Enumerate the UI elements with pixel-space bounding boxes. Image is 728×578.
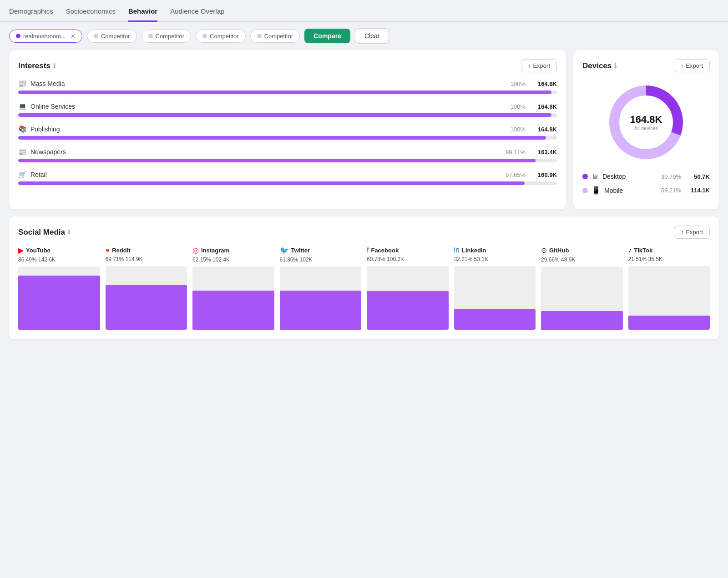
device-dot-0 bbox=[582, 174, 588, 179]
interest-count-1: 164.8K bbox=[532, 103, 557, 110]
youtube-icon: ▶ bbox=[18, 246, 24, 255]
interest-row: 📰 Newspapers 99.11% 163.4K bbox=[18, 148, 557, 162]
social-item-header-7: ♪ TikTok bbox=[628, 246, 710, 254]
interests-header: Interests ℹ ↑ Export bbox=[18, 59, 557, 72]
competitor-label-2: Competitor bbox=[156, 33, 185, 40]
social-item-header-5: in LinkedIn bbox=[454, 246, 536, 254]
social-header: Social Media ℹ ↑ Export bbox=[18, 226, 710, 239]
devices-info-icon[interactable]: ℹ bbox=[614, 62, 617, 69]
social-item: ⊙ GitHub 29.66% 48.9K bbox=[541, 246, 623, 330]
competitor-label-4: Competitor bbox=[264, 33, 293, 40]
interest-bar-fill-3 bbox=[18, 159, 536, 162]
interest-pct-1: 100% bbox=[511, 103, 526, 110]
social-info-icon[interactable]: ℹ bbox=[68, 229, 70, 236]
interest-bar-bg-3 bbox=[18, 159, 557, 162]
social-item: ◎ Instagram 62.15% 102.4K bbox=[192, 246, 274, 330]
donut-center: 164.8K All devices bbox=[630, 114, 662, 131]
social-name-2: Instagram bbox=[201, 247, 229, 254]
device-dot-1 bbox=[582, 188, 588, 193]
main-content: Interests ℹ ↑ Export 📰 Mass Media 100% 1… bbox=[0, 50, 728, 216]
competitor-bar: realmushroom... ✕ Competitor Competitor … bbox=[0, 22, 728, 50]
social-item: f Facebook 60.78% 100.2K bbox=[367, 246, 449, 330]
social-name-5: LinkedIn bbox=[462, 247, 486, 254]
social-bar-container-0 bbox=[18, 266, 100, 330]
social-bar-fill-6 bbox=[541, 311, 623, 330]
device-pct-0: 30.79% bbox=[661, 173, 681, 180]
social-stats-4: 60.78% 100.2K bbox=[367, 256, 449, 262]
interest-count-4: 160.9K bbox=[532, 171, 557, 178]
social-bar-fill-0 bbox=[18, 276, 100, 330]
chip-close-icon[interactable]: ✕ bbox=[71, 33, 76, 40]
device-pct-1: 69.21% bbox=[661, 187, 681, 194]
social-bar-fill-1 bbox=[106, 285, 187, 330]
interest-bar-bg-1 bbox=[18, 113, 557, 117]
facebook-icon: f bbox=[367, 246, 369, 254]
interest-icon-3: 📰 bbox=[18, 148, 27, 156]
interest-row: 🛒 Retail 97.65% 160.9K bbox=[18, 171, 557, 185]
interest-name-0: Mass Media bbox=[30, 80, 511, 87]
social-bar-fill-3 bbox=[280, 291, 362, 330]
competitor-chip-4[interactable]: Competitor bbox=[250, 30, 300, 43]
tab-behavior[interactable]: Behavior bbox=[128, 7, 157, 22]
interest-bar-bg-2 bbox=[18, 136, 557, 140]
device-icon-0: 🖥 bbox=[592, 172, 599, 181]
active-chip[interactable]: realmushroom... ✕ bbox=[9, 30, 82, 43]
interest-bar-fill-4 bbox=[18, 181, 525, 185]
interest-pct-4: 97.65% bbox=[506, 171, 526, 178]
compare-button[interactable]: Compare bbox=[304, 29, 350, 43]
interests-title: Interests ℹ bbox=[18, 61, 56, 70]
social-panel: Social Media ℹ ↑ Export ▶ YouTube 86.49%… bbox=[9, 216, 719, 339]
interest-icon-4: 🛒 bbox=[18, 171, 27, 179]
competitor-chip-2[interactable]: Competitor bbox=[142, 30, 192, 43]
interest-row: 💻 Online Services 100% 164.8K bbox=[18, 102, 557, 117]
tab-socioeconomics[interactable]: Socioeconomics bbox=[66, 7, 116, 22]
social-name-1: Reddit bbox=[112, 247, 130, 254]
social-bar-fill-2 bbox=[192, 291, 274, 330]
social-stats-6: 29.66% 48.9K bbox=[541, 256, 623, 263]
interest-icon-2: 📚 bbox=[18, 125, 27, 133]
tab-audience-overlap[interactable]: Audience Overlap bbox=[170, 7, 224, 22]
github-icon: ⊙ bbox=[541, 246, 547, 255]
reddit-icon: ● bbox=[106, 246, 110, 254]
social-name-0: YouTube bbox=[26, 247, 51, 254]
device-count-0: 50.7K bbox=[689, 173, 710, 180]
nav-tabs: Demographics Socioeconomics Behavior Aud… bbox=[0, 0, 728, 22]
interest-icon-0: 📰 bbox=[18, 80, 27, 88]
donut-container: 164.8K All devices bbox=[582, 81, 710, 163]
devices-title: Devices ℹ bbox=[582, 61, 617, 70]
clear-button[interactable]: Clear bbox=[355, 28, 389, 44]
donut-label: All devices bbox=[630, 126, 662, 131]
interests-info-icon[interactable]: ℹ bbox=[53, 62, 56, 69]
tiktok-icon: ♪ bbox=[628, 246, 632, 254]
competitor-label-3: Competitor bbox=[210, 33, 239, 40]
social-bar-container-2 bbox=[192, 266, 274, 330]
export-up-icon-3: ↑ bbox=[681, 229, 684, 236]
interest-bar-fill-0 bbox=[18, 90, 551, 94]
social-stats-0: 86.49% 142.6K bbox=[18, 256, 100, 263]
devices-export-button[interactable]: ↑ Export bbox=[674, 59, 710, 72]
active-chip-label: realmushroom... bbox=[23, 33, 66, 40]
export-up-icon-2: ↑ bbox=[681, 62, 684, 69]
social-item: 🐦 Twitter 61.86% 102K bbox=[280, 246, 362, 330]
interest-row: 📚 Publishing 100% 164.8K bbox=[18, 125, 557, 140]
device-row: 📱 Mobile 69.21% 114.1K bbox=[582, 186, 710, 195]
interest-pct-3: 99.11% bbox=[506, 149, 526, 156]
social-name-6: GitHub bbox=[549, 247, 569, 254]
competitor-chip-1[interactable]: Competitor bbox=[87, 30, 137, 43]
chip-dot-3 bbox=[202, 34, 207, 38]
social-stats-3: 61.86% 102K bbox=[280, 256, 362, 263]
interest-name-3: Newspapers bbox=[30, 148, 506, 156]
interests-export-button[interactable]: ↑ Export bbox=[521, 59, 557, 72]
social-item-header-2: ◎ Instagram bbox=[192, 246, 274, 255]
tab-demographics[interactable]: Demographics bbox=[9, 7, 53, 22]
interest-pct-2: 100% bbox=[511, 126, 526, 133]
donut-wrapper: 164.8K All devices bbox=[605, 81, 687, 163]
social-item: ● Reddit 69.71% 114.9K bbox=[106, 246, 187, 330]
competitor-chip-3[interactable]: Competitor bbox=[196, 30, 246, 43]
social-item-header-4: f Facebook bbox=[367, 246, 449, 254]
devices-header: Devices ℹ ↑ Export bbox=[582, 59, 710, 72]
social-export-button[interactable]: ↑ Export bbox=[674, 226, 710, 239]
instagram-icon: ◎ bbox=[192, 246, 199, 255]
interest-icon-1: 💻 bbox=[18, 102, 27, 111]
social-stats-7: 21.51% 35.5K bbox=[628, 256, 710, 262]
